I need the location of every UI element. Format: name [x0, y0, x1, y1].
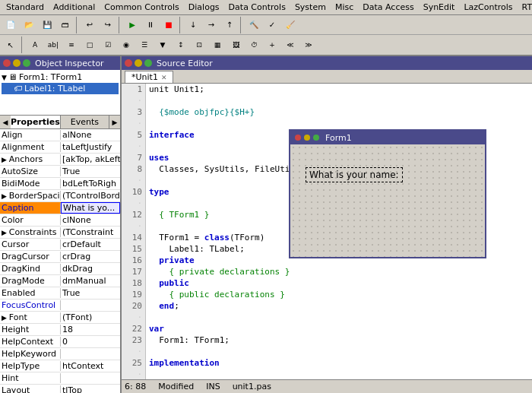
prop-value[interactable]: alNone — [61, 130, 120, 140]
prop-value[interactable]: [akTop, akLeft — [61, 154, 120, 164]
menu-data-controls[interactable]: Data Controls — [224, 1, 290, 14]
code-line[interactable]: implementation — [149, 357, 529, 369]
oi-prev-arrow[interactable]: ◀ — [0, 116, 11, 128]
menu-synedit[interactable]: SynEdit — [419, 1, 460, 14]
prop-value[interactable]: taLeftJustify — [61, 142, 120, 152]
fp-close[interactable] — [295, 135, 301, 141]
tb-radio[interactable]: ◉ — [118, 36, 135, 53]
menu-standard[interactable]: Standard — [2, 1, 49, 14]
prop-row[interactable]: HelpTypehtContext — [0, 360, 120, 372]
tb-more3[interactable]: ≫ — [300, 36, 317, 53]
prop-value[interactable]: (TControlBord — [61, 191, 120, 201]
maximize-dot[interactable] — [23, 59, 30, 67]
prop-row[interactable]: Height18 — [0, 324, 120, 336]
se-tab-close[interactable]: ✕ — [161, 74, 167, 81]
prop-value[interactable]: What is yo... — [61, 202, 120, 214]
tb-step-over[interactable]: → — [203, 17, 220, 33]
minimize-dot[interactable] — [13, 59, 21, 67]
form-label-preview[interactable]: What is your name: — [306, 167, 403, 182]
code-line[interactable] — [149, 95, 529, 106]
code-line[interactable] — [149, 118, 529, 129]
close-dot[interactable] — [3, 59, 11, 67]
prop-value[interactable]: (TFont) — [61, 312, 120, 322]
prop-row[interactable]: ▶ BorderSpacin(TControlBord — [0, 190, 120, 202]
tb-label[interactable]: A — [27, 36, 43, 53]
se-maximize-dot[interactable] — [144, 59, 152, 67]
prop-row[interactable]: CaptionWhat is yo... — [0, 202, 120, 214]
prop-value[interactable]: htContext — [61, 361, 120, 371]
tb-clean[interactable]: 🧹 — [282, 17, 299, 33]
code-line[interactable]: Form1: TForm1; — [149, 334, 529, 346]
menu-misc[interactable]: Misc — [331, 1, 358, 14]
menu-dialogs[interactable]: Dialogs — [184, 1, 224, 14]
prop-row[interactable]: EnabledTrue — [0, 287, 120, 300]
prop-row[interactable]: LayouttlTop — [0, 385, 120, 393]
tb-run[interactable]: ▶ — [124, 17, 141, 33]
code-line[interactable] — [149, 346, 529, 357]
oi-tab-properties[interactable]: Properties — [11, 116, 61, 128]
tb-group[interactable]: ⊡ — [191, 36, 207, 53]
fp-min[interactable] — [304, 135, 310, 141]
prop-row[interactable]: HelpContext0 — [0, 336, 120, 348]
prop-row[interactable]: AlignalNone — [0, 129, 120, 141]
code-area[interactable]: 1·3·5·78·10·12·14151617181920·2223·25·27… — [122, 84, 532, 379]
tb-listbox[interactable]: ☰ — [136, 36, 153, 53]
tree-item-label1[interactable]: 🏷 Label1: TLabel — [2, 83, 119, 94]
tb-more1[interactable]: + — [264, 36, 280, 53]
tb-check[interactable]: ✓ — [264, 17, 280, 33]
prop-value[interactable]: 18 — [61, 325, 120, 334]
prop-value[interactable]: bdLeftToRigh — [61, 179, 120, 189]
prop-value[interactable]: (TConstraint — [61, 227, 120, 237]
prop-row[interactable]: AutoSizeTrue — [0, 166, 120, 178]
tb-combo[interactable]: ▼ — [154, 36, 171, 53]
tb-checkbox[interactable]: ☑ — [100, 36, 116, 53]
tb-panel[interactable]: ▦ — [209, 36, 226, 53]
tb-undo[interactable]: ↩ — [81, 17, 98, 33]
tb-scroll[interactable]: ↕ — [173, 36, 189, 53]
prop-row[interactable]: ColorclNone — [0, 214, 120, 227]
tb-step-into[interactable]: ↓ — [185, 17, 201, 33]
prop-row[interactable]: Hint — [0, 372, 120, 385]
tb-timer[interactable]: ⏱ — [245, 36, 262, 53]
prop-value[interactable]: dmManual — [61, 276, 120, 286]
tb-stop[interactable]: ■ — [160, 17, 177, 33]
code-line[interactable]: { private declarations } — [149, 266, 529, 277]
prop-value[interactable]: clNone — [61, 215, 120, 225]
code-line[interactable] — [149, 369, 529, 379]
oi-next-arrow[interactable]: ▶ — [109, 116, 120, 128]
tb-build[interactable]: 🔨 — [245, 17, 262, 33]
prop-value[interactable]: True — [61, 166, 120, 176]
fp-max[interactable] — [313, 135, 319, 141]
prop-row[interactable]: CursorcrDefault — [0, 239, 120, 251]
tb-image[interactable]: 🖼 — [227, 36, 244, 53]
menu-common-controls[interactable]: Common Controls — [100, 1, 184, 14]
prop-value[interactable]: dkDrag — [61, 264, 120, 274]
menu-system[interactable]: System — [290, 1, 331, 14]
prop-value[interactable]: crDefault — [61, 239, 120, 249]
menu-additional[interactable]: Additional — [49, 1, 100, 14]
code-line[interactable]: unit Unit1; — [149, 84, 529, 95]
prop-row[interactable]: FocusControl — [0, 300, 120, 312]
prop-row[interactable]: DragKinddkDrag — [0, 263, 120, 275]
code-line[interactable]: public — [149, 277, 529, 289]
prop-row[interactable]: HelpKeyword — [0, 348, 120, 360]
prop-row[interactable]: DragCursorcrDrag — [0, 251, 120, 263]
tree-item-form1[interactable]: ▼ 🖥 Form1: TForm1 — [2, 71, 119, 83]
code-line[interactable]: var — [149, 323, 529, 334]
tb-more2[interactable]: ≪ — [282, 36, 299, 53]
prop-row[interactable]: ▶ Font(TFont) — [0, 312, 120, 324]
form-preview-body[interactable]: What is your name: — [290, 144, 485, 257]
se-close-dot[interactable] — [125, 59, 132, 67]
prop-row[interactable]: BidiModebdLeftToRigh — [0, 178, 120, 190]
prop-row[interactable]: ▶ Constraints(TConstraint — [0, 227, 120, 239]
menu-lazcontrols[interactable]: LazControls — [459, 1, 517, 14]
code-line[interactable]: { public declarations } — [149, 289, 529, 300]
prop-value[interactable]: True — [61, 288, 120, 298]
prop-row[interactable]: ▶ Anchors[akTop, akLeft — [0, 154, 120, 166]
tb-memo[interactable]: ≡ — [63, 36, 80, 53]
form-preview-window[interactable]: Form1 What is your name: — [289, 129, 486, 258]
tb-step-out[interactable]: ↑ — [221, 17, 238, 33]
tb-save[interactable]: 💾 — [39, 17, 55, 33]
code-line[interactable]: end; — [149, 300, 529, 312]
oi-tab-events[interactable]: Events — [61, 116, 109, 128]
